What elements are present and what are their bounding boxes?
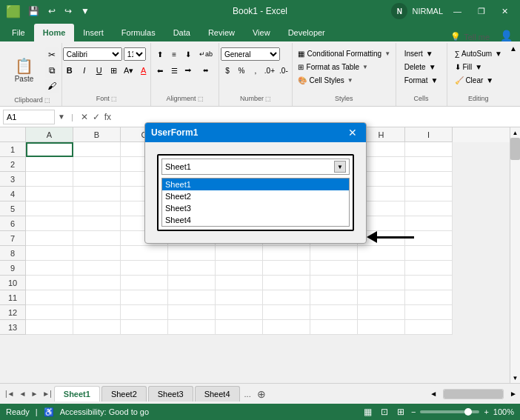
combo-item-sheet2[interactable]: Sheet2 [162, 190, 349, 202]
paste-button[interactable]: 📋 Paste [5, 56, 42, 86]
cell-c8[interactable] [121, 246, 168, 261]
cell-f11[interactable] [263, 290, 310, 305]
add-sheet-button[interactable]: ⊕ [254, 388, 269, 400]
number-dialog-btn[interactable]: ⬚ [265, 96, 271, 102]
percent-btn[interactable]: % [235, 64, 248, 77]
cancel-formula-icon[interactable]: ✕ [79, 110, 90, 124]
cell-b9[interactable] [73, 261, 121, 276]
cell-styles-btn[interactable]: 🎨 Cell Styles ▼ [293, 74, 396, 87]
cell-e10[interactable] [216, 276, 263, 290]
userform-close-btn[interactable]: ✕ [345, 127, 360, 139]
fill-btn[interactable]: ⬇ Fill ▼ [450, 61, 507, 73]
qa-dropdown-btn[interactable]: ▼ [78, 4, 93, 18]
cell-f9[interactable] [263, 261, 310, 276]
cell-f13[interactable] [263, 320, 310, 335]
cell-e12[interactable] [216, 305, 263, 320]
col-header-i[interactable]: I [405, 127, 453, 142]
cell-c9[interactable] [121, 261, 168, 276]
tab-nav-next[interactable]: ► [28, 390, 40, 398]
font-color-btn[interactable]: A [137, 64, 150, 77]
cell-h10[interactable] [358, 276, 405, 290]
sheet-tab-sheet2[interactable]: Sheet2 [101, 386, 147, 401]
cell-a13[interactable] [26, 320, 73, 335]
cell-b10[interactable] [73, 276, 121, 290]
more-sheets-btn[interactable]: ... [241, 390, 254, 399]
cell-i11[interactable] [405, 290, 453, 305]
tab-file[interactable]: File [3, 24, 34, 41]
conditional-formatting-btn[interactable]: ▦ Conditional Formatting ▼ [293, 47, 396, 60]
col-header-b[interactable]: B [73, 127, 121, 142]
cell-i4[interactable] [405, 187, 453, 201]
tab-insert[interactable]: Insert [74, 24, 113, 41]
cell-a3[interactable] [26, 172, 73, 187]
save-quick-btn[interactable]: 💾 [25, 4, 42, 18]
delete-cells-btn[interactable]: Delete ▼ [399, 61, 444, 73]
combo-item-sheet3[interactable]: Sheet3 [162, 202, 349, 214]
cell-i2[interactable] [405, 157, 453, 172]
row-header-13[interactable]: 13 [0, 320, 26, 335]
row-header-10[interactable]: 10 [0, 276, 26, 290]
accept-formula-icon[interactable]: ✓ [91, 110, 101, 124]
cell-h8[interactable] [358, 246, 405, 261]
cell-b3[interactable] [73, 172, 121, 187]
cell-i8[interactable] [405, 246, 453, 261]
tab-nav-prev[interactable]: ◄ [17, 390, 29, 398]
cell-h11[interactable] [358, 290, 405, 305]
close-btn[interactable]: ✕ [496, 5, 514, 18]
cell-i10[interactable] [405, 276, 453, 290]
cell-e13[interactable] [216, 320, 263, 335]
align-center-btn[interactable]: ☰ [167, 64, 181, 77]
cell-f12[interactable] [263, 305, 310, 320]
cell-i9[interactable] [405, 261, 453, 276]
tell-me-box[interactable]: 💡 Tell me [444, 32, 496, 41]
merge-center-btn[interactable]: ⬌ [196, 64, 216, 77]
sheet-tab-sheet3[interactable]: Sheet3 [148, 386, 193, 401]
clear-btn[interactable]: 🧹 Clear ▼ [450, 74, 507, 87]
cell-a11[interactable] [26, 290, 73, 305]
cell-a8[interactable] [26, 246, 73, 261]
cell-c13[interactable] [121, 320, 168, 335]
cell-g11[interactable] [310, 290, 358, 305]
tab-nav-last[interactable]: ►| [40, 390, 54, 398]
cell-b12[interactable] [73, 305, 121, 320]
cell-i7[interactable] [405, 231, 453, 246]
cell-reference-input[interactable] [3, 110, 55, 124]
row-header-9[interactable]: 9 [0, 261, 26, 276]
cell-a10[interactable] [26, 276, 73, 290]
combo-display[interactable]: Sheet1 ▼ [161, 159, 350, 175]
row-header-6[interactable]: 6 [0, 216, 26, 231]
cell-e11[interactable] [216, 290, 263, 305]
format-cells-btn[interactable]: Format ▼ [399, 74, 444, 87]
align-mid-btn[interactable]: ≡ [167, 47, 181, 61]
cell-i12[interactable] [405, 305, 453, 320]
scroll-down-btn[interactable]: ▼ [510, 373, 520, 383]
border-btn[interactable]: ⊞ [107, 64, 121, 77]
cell-a1[interactable] [26, 142, 73, 157]
bold-btn[interactable]: B [63, 64, 76, 77]
page-layout-btn[interactable]: ⊡ [379, 406, 390, 418]
font-family-select[interactable]: Calibri [63, 47, 122, 61]
cell-b8[interactable] [73, 246, 121, 261]
h-scroll-left-btn[interactable]: ◄ [430, 390, 437, 398]
cell-d13[interactable] [168, 320, 216, 335]
normal-view-btn[interactable]: ▦ [361, 406, 374, 418]
sheet-tab-sheet1[interactable]: Sheet1 [54, 386, 100, 401]
cell-i13[interactable] [405, 320, 453, 335]
cell-g12[interactable] [310, 305, 358, 320]
cell-g13[interactable] [310, 320, 358, 335]
cell-h12[interactable] [358, 305, 405, 320]
share-btn[interactable]: 👤 [496, 30, 517, 41]
combo-dropdown-btn[interactable]: ▼ [334, 161, 346, 173]
sheet-tab-sheet4[interactable]: Sheet4 [195, 386, 240, 401]
cell-a6[interactable] [26, 216, 73, 231]
currency-btn[interactable]: $ [221, 64, 234, 77]
format-table-btn[interactable]: ⊞ Format as Table ▼ [293, 61, 396, 73]
cell-d10[interactable] [168, 276, 216, 290]
align-bot-btn[interactable]: ⬇ [181, 47, 195, 61]
cell-b13[interactable] [73, 320, 121, 335]
cell-f8[interactable] [263, 246, 310, 261]
cell-e8[interactable] [216, 246, 263, 261]
cell-g8[interactable] [310, 246, 358, 261]
row-header-1[interactable]: 1 [0, 142, 26, 157]
cell-h13[interactable] [358, 320, 405, 335]
